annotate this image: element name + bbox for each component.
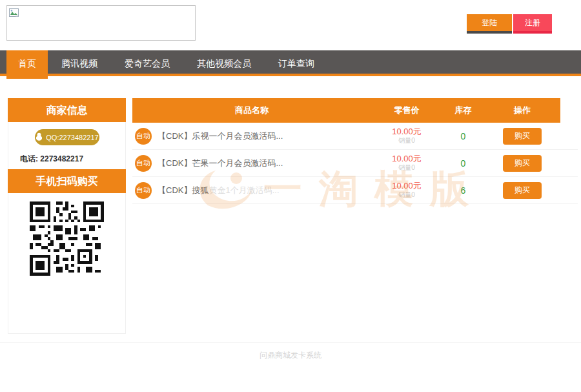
buy-button[interactable]: 购买: [503, 182, 542, 199]
product-name-cell: 自动 【CDK】芒果一个月会员激活码...: [132, 155, 371, 172]
footer-text: 问鼎商城发卡系统: [260, 351, 321, 360]
stock-value: 6: [442, 185, 484, 196]
qr-code-image: [30, 267, 104, 278]
register-button[interactable]: 注册: [513, 14, 552, 34]
product-table: 商品名称 零售价 库存 操作 自动 【CDK】乐视一个月会员激活码... 10.…: [132, 98, 578, 204]
scan-to-buy-header: 手机扫码购买: [8, 169, 126, 193]
broken-image-icon: [9, 8, 19, 19]
sales-count: 销量0: [371, 164, 442, 172]
price-value: 10.00元: [371, 154, 442, 164]
tab-other-video-member[interactable]: 其他视频会员: [183, 50, 265, 76]
action-cell: 购买: [484, 155, 560, 172]
product-title-link[interactable]: 【CDK】搜狐黄金1个月激活码...: [158, 185, 280, 196]
logo-box: [6, 5, 196, 41]
price-value: 10.00元: [371, 181, 442, 191]
price-value: 10.00元: [371, 127, 442, 137]
auto-badge: 自动: [135, 128, 152, 145]
price-cell: 10.00元 销量0: [371, 181, 442, 200]
product-title-link[interactable]: 【CDK】乐视一个月会员激活码...: [158, 130, 283, 142]
nav-tabs: 首页 腾讯视频 爱奇艺会员 其他视频会员 订单查询: [0, 50, 581, 79]
col-header-retail-price: 零售价: [371, 105, 442, 116]
buy-button[interactable]: 购买: [503, 128, 542, 145]
stock-value: 0: [442, 158, 484, 169]
sales-count: 销量0: [371, 137, 442, 145]
table-header-row: 商品名称 零售价 库存 操作: [132, 98, 560, 123]
col-header-product-name: 商品名称: [132, 105, 371, 116]
table-row: 自动 【CDK】芒果一个月会员激活码... 10.00元 销量0 0 购买: [132, 150, 578, 177]
merchant-info-header: 商家信息: [8, 98, 126, 122]
buy-button[interactable]: 购买: [503, 155, 542, 172]
tab-home[interactable]: 首页: [6, 50, 48, 79]
stock-value: 0: [442, 131, 484, 141]
tab-tencent-video[interactable]: 腾讯视频: [48, 50, 111, 76]
merchant-contact-section: QQ:2273482217 电话: 2273482217: [8, 122, 125, 169]
action-cell: 购买: [484, 182, 560, 199]
login-button[interactable]: 登陆: [467, 14, 512, 34]
price-cell: 10.00元 销量0: [371, 154, 442, 172]
sidebar: 商家信息 QQ:2273482217 电话: 2273482217 手机扫码购买: [8, 98, 126, 334]
qq-contact-button[interactable]: QQ:2273482217: [35, 129, 99, 145]
action-cell: 购买: [484, 128, 560, 145]
sales-count: 销量0: [371, 191, 442, 200]
auto-badge: 自动: [135, 155, 152, 172]
product-name-cell: 自动 【CDK】乐视一个月会员激活码...: [132, 128, 371, 145]
table-row: 自动 【CDK】搜狐黄金1个月激活码... 10.00元 销量0 6 购买: [132, 177, 578, 204]
table-row: 自动 【CDK】乐视一个月会员激活码... 10.00元 销量0 0 购买: [132, 123, 578, 150]
qr-code-section: [8, 193, 125, 278]
product-name-cell: 自动 【CDK】搜狐黄金1个月激活码...: [132, 182, 371, 199]
price-cell: 10.00元 销量0: [371, 127, 442, 145]
tab-iqiyi-member[interactable]: 爱奇艺会员: [111, 50, 183, 76]
tab-order-query[interactable]: 订单查询: [265, 50, 328, 76]
col-header-action: 操作: [484, 105, 560, 116]
col-header-stock: 库存: [442, 105, 484, 116]
qq-number-label: QQ:2273482217: [46, 134, 98, 141]
footer: 问鼎商城发卡系统: [0, 342, 581, 361]
phone-label: 电话: 2273482217: [20, 154, 125, 165]
main-nav: 首页 腾讯视频 爱奇艺会员 其他视频会员 订单查询: [0, 50, 581, 76]
qq-penguin-icon: [35, 132, 43, 142]
product-title-faded-part: 黄金1个月激活码...: [209, 185, 279, 195]
auto-badge: 自动: [135, 182, 152, 199]
product-title-link[interactable]: 【CDK】芒果一个月会员激活码...: [158, 158, 283, 169]
